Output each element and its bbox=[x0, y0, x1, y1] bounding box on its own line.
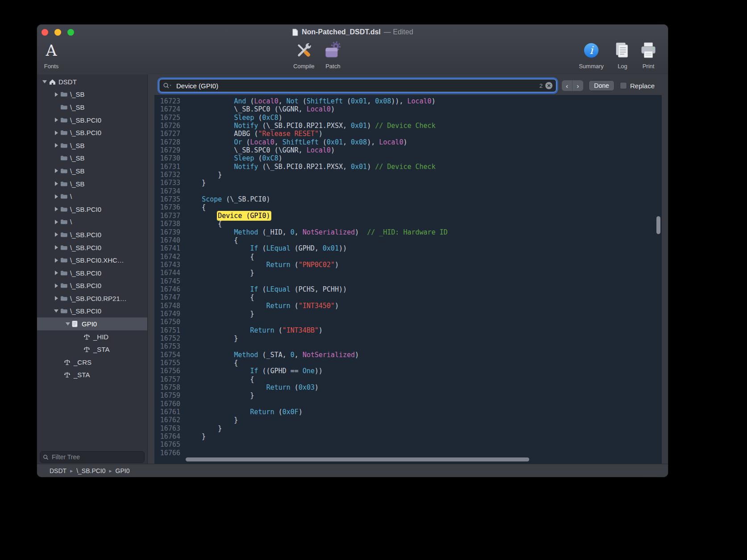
tree-item-label: \_SB bbox=[70, 154, 85, 162]
filter-tree-input[interactable] bbox=[51, 453, 141, 461]
tree-item-sta[interactable]: _STA bbox=[37, 369, 147, 382]
line-number: 16762 bbox=[154, 416, 186, 424]
search-icon bbox=[43, 454, 49, 460]
code-editor[interactable]: 16723 And (Local0, Not (ShiftLeft (0x01,… bbox=[154, 95, 662, 464]
disclosure-triangle-expanded[interactable] bbox=[64, 322, 72, 325]
line-number: 16739 bbox=[154, 228, 186, 236]
code-line: 16764 } bbox=[154, 432, 662, 441]
code-text: } bbox=[186, 179, 206, 187]
code-line: 16739 Method (_HID, 0, NotSerialized) //… bbox=[154, 228, 662, 236]
filter-tree-field[interactable] bbox=[40, 451, 145, 463]
code-line: 16729 \_SB.SPC0 (\GGNR, Local0) bbox=[154, 146, 662, 154]
line-number: 16745 bbox=[154, 277, 186, 285]
tree-item-sb[interactable]: \_SB bbox=[37, 139, 147, 152]
disclosure-triangle-collapsed[interactable] bbox=[52, 131, 60, 135]
code-line: 16744 } bbox=[154, 269, 662, 277]
breadcrumb-item[interactable]: GPI0 bbox=[116, 467, 130, 474]
disclosure-triangle-collapsed[interactable] bbox=[52, 181, 60, 186]
find-field[interactable]: 2 ✕ bbox=[159, 79, 556, 92]
tree-item-label: \_SB bbox=[70, 142, 85, 149]
tree-item-crs[interactable]: _CRS bbox=[37, 356, 147, 369]
replace-checkbox[interactable] bbox=[620, 82, 627, 89]
tree-item-sb-pci0[interactable]: \_SB.PCI0 bbox=[37, 228, 147, 241]
vertical-scrollbar-thumb[interactable] bbox=[656, 216, 660, 234]
window-title: Non-Patched_DSDT.dsl bbox=[302, 28, 381, 36]
tree-item-dsdt[interactable]: DSDT bbox=[37, 75, 147, 88]
folder-icon bbox=[60, 283, 70, 288]
disclosure-triangle-collapsed[interactable] bbox=[52, 169, 60, 173]
document-proxy-icon bbox=[292, 29, 299, 36]
tree-item-sb-pci0[interactable]: \_SB.PCI0 bbox=[37, 241, 147, 254]
tree-item-sb-pci0-rp21[interactable]: \_SB.PCI0.RP21… bbox=[37, 292, 147, 305]
code-lines: 16723 And (Local0, Not (ShiftLeft (0x01,… bbox=[154, 97, 662, 457]
line-number: 16731 bbox=[154, 163, 186, 171]
tree-item-label: \_SB.PCI0 bbox=[70, 307, 101, 315]
disclosure-triangle-collapsed[interactable] bbox=[52, 220, 60, 224]
find-input[interactable] bbox=[175, 82, 537, 90]
tree-item-sb-pci0[interactable]: \_SB.PCI0 bbox=[37, 267, 147, 280]
line-number: 16738 bbox=[154, 220, 186, 228]
tree-item-sb[interactable]: \_SB bbox=[37, 165, 147, 177]
disclosure-triangle-collapsed[interactable] bbox=[52, 232, 60, 237]
breadcrumb-item[interactable]: DSDT bbox=[50, 467, 66, 474]
compile-button[interactable]: Compile bbox=[290, 39, 318, 73]
fonts-button[interactable]: A Fonts bbox=[40, 39, 63, 73]
method-icon bbox=[83, 334, 93, 340]
disclosure-triangle-collapsed[interactable] bbox=[52, 284, 60, 288]
disclosure-triangle-collapsed[interactable] bbox=[52, 118, 60, 122]
tree-item-sb[interactable]: \_SB bbox=[37, 101, 147, 114]
find-next-button[interactable]: › bbox=[573, 80, 583, 91]
code-line: 16753 bbox=[154, 342, 662, 350]
disclosure-triangle-collapsed[interactable] bbox=[52, 271, 60, 275]
print-button[interactable]: Print bbox=[636, 39, 661, 73]
code-text: ADBG ("Release RESET") bbox=[186, 130, 323, 138]
tree-item-label: \_SB.PCI0 bbox=[70, 206, 101, 213]
log-button[interactable]: Log bbox=[611, 39, 634, 73]
line-number: 16737 bbox=[154, 212, 186, 220]
summary-button[interactable]: i Summary bbox=[576, 39, 606, 73]
disclosure-triangle-collapsed[interactable] bbox=[52, 207, 60, 211]
print-icon bbox=[639, 39, 658, 62]
disclosure-triangle-expanded[interactable] bbox=[52, 309, 60, 313]
tree-item-label: DSDT bbox=[58, 78, 77, 86]
code-text: } bbox=[186, 432, 206, 441]
tree-item-sb-pci0[interactable]: \_SB.PCI0 bbox=[37, 114, 147, 127]
code-line: 16754 Method (_STA, 0, NotSerialized) bbox=[154, 351, 662, 359]
patch-icon bbox=[324, 39, 342, 62]
tree-item-sta[interactable]: _STA bbox=[37, 343, 147, 356]
folder-icon bbox=[60, 232, 70, 238]
tree-item-gpi0[interactable]: GPI0 bbox=[37, 317, 147, 330]
tree-item-sb-pci0[interactable]: \_SB.PCI0 bbox=[37, 280, 147, 292]
horizontal-scrollbar-thumb[interactable] bbox=[186, 457, 529, 461]
patch-button[interactable]: Patch bbox=[320, 39, 346, 73]
disclosure-triangle-expanded[interactable] bbox=[41, 80, 49, 83]
disclosure-triangle-collapsed[interactable] bbox=[52, 296, 60, 301]
disclosure-triangle-collapsed[interactable] bbox=[52, 245, 60, 250]
match-count: 2 bbox=[540, 82, 543, 89]
disclosure-triangle-collapsed[interactable] bbox=[52, 194, 60, 199]
clear-search-icon[interactable]: ✕ bbox=[545, 82, 552, 89]
disclosure-triangle-collapsed[interactable] bbox=[52, 143, 60, 148]
folder-icon bbox=[60, 117, 70, 123]
tree-item-sb[interactable]: \_SB bbox=[37, 152, 147, 165]
tree-item-sb-pci0[interactable]: \_SB.PCI0 bbox=[37, 126, 147, 139]
tree-item-label: \ bbox=[70, 193, 72, 200]
tree-item-label: \_SB.PCI0 bbox=[70, 282, 101, 289]
tree-item-root[interactable]: \ bbox=[37, 190, 147, 203]
disclosure-triangle-collapsed[interactable] bbox=[52, 258, 60, 263]
tree-item-root[interactable]: \ bbox=[37, 216, 147, 229]
tree-item-sb[interactable]: \_SB bbox=[37, 177, 147, 190]
code-line: 16734 bbox=[154, 187, 662, 195]
tree-item-sb-pci0-xhc[interactable]: \_SB.PCI0.XHC… bbox=[37, 254, 147, 267]
done-button[interactable]: Done bbox=[589, 80, 614, 91]
find-previous-button[interactable]: ‹ bbox=[562, 80, 573, 91]
line-number: 16729 bbox=[154, 146, 186, 154]
tree-item-hid[interactable]: _HID bbox=[37, 330, 147, 343]
line-number: 16744 bbox=[154, 269, 186, 277]
breadcrumb-item[interactable]: \_SB.PCI0 bbox=[76, 467, 105, 474]
disclosure-triangle-collapsed[interactable] bbox=[52, 92, 60, 97]
tree-item-sb-pci0[interactable]: \_SB.PCI0 bbox=[37, 203, 147, 216]
code-line: 16731 Notify (\_SB.PCI0.RP21.PXSX, 0x01)… bbox=[154, 163, 662, 171]
tree-item-sb-pci0[interactable]: \_SB.PCI0 bbox=[37, 305, 147, 318]
tree-item-sb[interactable]: \_SB bbox=[37, 88, 147, 101]
